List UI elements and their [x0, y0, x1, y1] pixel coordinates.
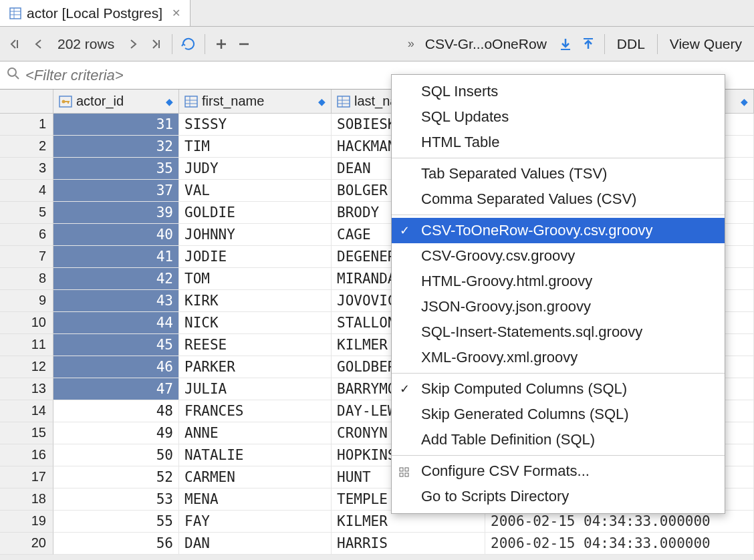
cell-actor-id[interactable]: 47	[53, 378, 179, 400]
row-number[interactable]: 11	[0, 334, 53, 356]
reload-button[interactable]	[178, 32, 199, 56]
row-number[interactable]: 10	[0, 312, 53, 334]
cell-actor-id[interactable]: 48	[53, 400, 179, 422]
cell-first-name[interactable]: REESE	[179, 334, 332, 356]
cell-first-name[interactable]: MENA	[179, 488, 332, 511]
menu-item[interactable]: Tab Separated Values (TSV)	[392, 161, 725, 186]
cell-last-name[interactable]: HARRIS	[332, 533, 485, 555]
menu-item[interactable]: CSV-Groovy.csv.groovy	[392, 243, 725, 269]
cell-actor-id[interactable]: 42	[53, 268, 179, 290]
cell-last-update[interactable]: 2006-02-15 04:34:33.000000	[485, 533, 754, 555]
menu-item[interactable]: HTML Table	[392, 130, 725, 155]
menu-item[interactable]: SQL Updates	[392, 104, 725, 130]
add-row-button[interactable]	[211, 32, 232, 56]
search-icon[interactable]	[7, 67, 20, 84]
menu-item[interactable]: Skip Generated Columns (SQL)	[392, 402, 725, 427]
cell-first-name[interactable]: NATALIE	[179, 444, 332, 466]
menu-item[interactable]: Add Table Definition (SQL)	[392, 427, 725, 452]
row-number[interactable]: 5	[0, 202, 53, 224]
cell-actor-id[interactable]: 44	[53, 312, 179, 334]
more-icon[interactable]: »	[405, 37, 417, 51]
cell-actor-id[interactable]: 46	[53, 356, 179, 378]
cell-actor-id[interactable]: 39	[53, 202, 179, 224]
row-number[interactable]: 3	[0, 158, 53, 180]
row-number[interactable]: 19	[0, 511, 53, 533]
row-number[interactable]: 15	[0, 422, 53, 444]
row-number[interactable]: 9	[0, 290, 53, 312]
ddl-button[interactable]: DDL	[610, 36, 652, 52]
cell-first-name[interactable]: TIM	[179, 136, 332, 158]
last-page-button[interactable]	[145, 32, 166, 56]
cell-actor-id[interactable]: 56	[53, 533, 179, 555]
cell-actor-id[interactable]: 40	[53, 224, 179, 246]
export-format-dropdown[interactable]: CSV-Gr...oOneRow	[418, 36, 553, 52]
cell-actor-id[interactable]: 41	[53, 246, 179, 268]
cell-first-name[interactable]: JUDY	[179, 158, 332, 180]
cell-first-name[interactable]: NICK	[179, 312, 332, 334]
menu-separator	[392, 215, 725, 215]
download-button[interactable]	[555, 32, 576, 56]
cell-first-name[interactable]: PARKER	[179, 356, 332, 378]
menu-item[interactable]: Configure CSV Formats...	[392, 458, 725, 484]
cell-first-name[interactable]: FAY	[179, 511, 332, 533]
cell-first-name[interactable]: JOHNNY	[179, 224, 332, 246]
cell-actor-id[interactable]: 55	[53, 511, 179, 533]
row-number[interactable]: 8	[0, 268, 53, 290]
menu-item[interactable]: XML-Groovy.xml.groovy	[392, 345, 725, 370]
menu-item[interactable]: JSON-Groovy.json.groovy	[392, 294, 725, 319]
cell-first-name[interactable]: VAL	[179, 180, 332, 202]
cell-first-name[interactable]: TOM	[179, 268, 332, 290]
row-number[interactable]: 12	[0, 356, 53, 378]
upload-button[interactable]	[578, 32, 599, 56]
cell-actor-id[interactable]: 53	[53, 488, 179, 511]
cell-actor-id[interactable]: 37	[53, 180, 179, 202]
first-page-button[interactable]	[5, 32, 27, 56]
menu-item-label: JSON-Groovy.json.groovy	[421, 298, 591, 315]
cell-first-name[interactable]: ANNE	[179, 422, 332, 444]
column-name: first_name	[202, 94, 264, 109]
cell-first-name[interactable]: SISSY	[179, 114, 332, 136]
cell-actor-id[interactable]: 31	[53, 114, 179, 136]
menu-item[interactable]: SQL-Insert-Statements.sql.groovy	[392, 319, 725, 345]
row-number[interactable]: 2	[0, 136, 53, 158]
column-header[interactable]: actor_id◆	[53, 90, 179, 114]
row-number[interactable]: 4	[0, 180, 53, 202]
cell-first-name[interactable]: DAN	[179, 533, 332, 555]
cell-actor-id[interactable]: 32	[53, 136, 179, 158]
cell-first-name[interactable]: FRANCES	[179, 400, 332, 422]
cell-actor-id[interactable]: 49	[53, 422, 179, 444]
row-number[interactable]: 18	[0, 488, 53, 511]
row-number[interactable]: 1	[0, 114, 53, 136]
menu-item[interactable]: Go to Scripts Directory	[392, 484, 725, 509]
next-page-button[interactable]	[122, 32, 144, 56]
row-number[interactable]: 7	[0, 246, 53, 268]
menu-item[interactable]: ✓CSV-ToOneRow-Groovy.csv.groovy	[392, 218, 725, 243]
row-number[interactable]: 13	[0, 378, 53, 400]
row-number[interactable]: 6	[0, 224, 53, 246]
menu-item[interactable]: HTML-Groovy.html.groovy	[392, 269, 725, 294]
row-number[interactable]: 20	[0, 533, 53, 555]
tab-actor[interactable]: actor [Local Postgres] ✕	[0, 0, 191, 26]
menu-item[interactable]: SQL Inserts	[392, 79, 725, 104]
close-icon[interactable]: ✕	[172, 7, 180, 19]
cell-first-name[interactable]: JULIA	[179, 378, 332, 400]
cell-actor-id[interactable]: 43	[53, 290, 179, 312]
row-number[interactable]: 14	[0, 400, 53, 422]
cell-first-name[interactable]: GOLDIE	[179, 202, 332, 224]
prev-page-button[interactable]	[28, 32, 49, 56]
row-number[interactable]: 16	[0, 444, 53, 466]
cell-actor-id[interactable]: 35	[53, 158, 179, 180]
menu-item[interactable]: ✓Skip Computed Columns (SQL)	[392, 376, 725, 402]
cell-actor-id[interactable]: 50	[53, 444, 179, 466]
cell-first-name[interactable]: JODIE	[179, 246, 332, 268]
cell-actor-id[interactable]: 45	[53, 334, 179, 356]
menu-item[interactable]: Comma Separated Values (CSV)	[392, 186, 725, 212]
row-number[interactable]: 17	[0, 466, 53, 488]
row-count-label: 202 rows	[51, 36, 121, 52]
cell-first-name[interactable]: KIRK	[179, 290, 332, 312]
remove-row-button[interactable]	[233, 32, 255, 56]
view-query-button[interactable]: View Query	[663, 36, 749, 52]
cell-first-name[interactable]: CARMEN	[179, 466, 332, 488]
cell-actor-id[interactable]: 52	[53, 466, 179, 488]
column-header[interactable]: first_name◆	[179, 90, 332, 114]
